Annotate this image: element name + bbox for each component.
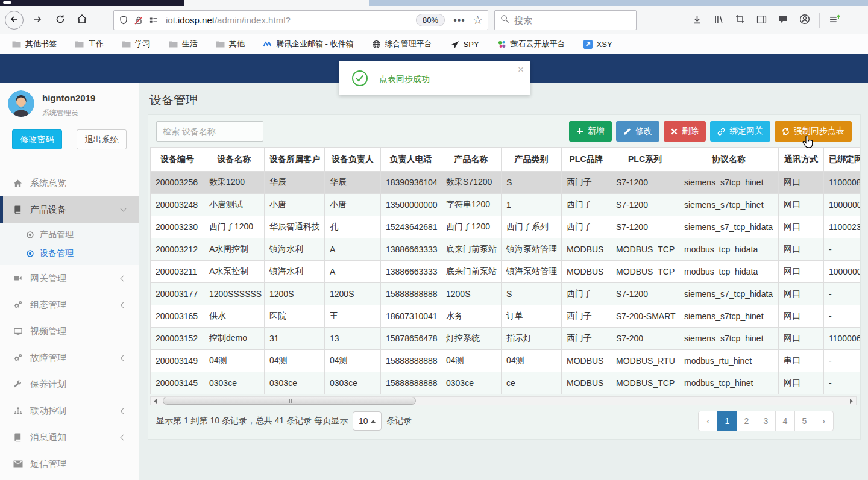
sidebar-item-视频管理[interactable]: 视频管理: [0, 318, 139, 344]
table-cell: 镇海泵站管理: [502, 261, 562, 283]
bookmark-item[interactable]: XSY: [583, 40, 612, 49]
table-row[interactable]: 200003212A水闸控制镇海水利A13886663333底来门前泵站镇海泵站…: [151, 238, 861, 261]
x-icon: [671, 128, 678, 135]
tabstrip-active-tab[interactable]: [184, 0, 369, 6]
bookmark-item[interactable]: 腾讯企业邮箱 - 收件箱: [263, 39, 354, 49]
bookmark-item[interactable]: 学习: [122, 39, 151, 49]
table-cell: 1200S: [441, 283, 502, 305]
toast-close-icon[interactable]: ×: [518, 64, 524, 76]
bookmark-item[interactable]: 萤石云开放平台: [497, 39, 565, 49]
pager-page-3[interactable]: 3: [756, 411, 776, 431]
browser-search-input[interactable]: [514, 15, 617, 25]
column-header[interactable]: 已绑定网关: [824, 148, 861, 172]
screenshot-crop-icon[interactable]: [735, 14, 745, 26]
column-header[interactable]: 通讯方式: [779, 148, 824, 172]
table-row[interactable]: 200003256数采1200华辰华辰18390936104数采S71200S西…: [151, 172, 861, 194]
column-header[interactable]: PLC系列: [611, 148, 679, 172]
action-button-新增[interactable]: 新增: [569, 121, 612, 142]
action-button-绑定网关[interactable]: 绑定网关: [710, 121, 770, 142]
url-bar[interactable]: iot.idosp.net/admin/index.html? 80% ••• …: [113, 10, 488, 30]
sidebar-item-产品设备[interactable]: 产品设备: [0, 196, 139, 223]
pager-page-1[interactable]: 1: [717, 411, 737, 431]
avatar[interactable]: [8, 90, 34, 117]
table-cell: MODBUS_RTU: [611, 350, 679, 372]
table-row[interactable]: 200003211A水泵控制镇海水利A13886663333底来门前泵站镇海泵站…: [151, 261, 861, 283]
pager-page-2[interactable]: 2: [737, 411, 756, 431]
chevron-down-icon: [121, 206, 127, 212]
scroll-left-arrow[interactable]: [151, 397, 160, 405]
sidebar-item-联动控制[interactable]: 联动控制: [0, 397, 139, 424]
pager-page-5[interactable]: 5: [794, 411, 814, 431]
home-button[interactable]: [72, 11, 92, 30]
column-header[interactable]: 设备负责人: [325, 148, 381, 172]
library-icon[interactable]: [714, 14, 724, 27]
table-row[interactable]: 2000031450303ce0303ce0303ce1588888888803…: [151, 372, 861, 394]
pager-page-4[interactable]: 4: [775, 411, 795, 431]
column-header[interactable]: 设备所属客户: [265, 148, 325, 172]
page-size-dropdown[interactable]: 10: [353, 411, 382, 431]
sidebar-submenu: 产品管理设备管理: [0, 223, 139, 265]
sidebar-item-组态管理[interactable]: 组态管理: [0, 291, 139, 318]
forward-button[interactable]: [28, 11, 47, 30]
sidebar-subitem-设备管理[interactable]: 设备管理: [0, 244, 139, 263]
tabstrip-dash: [3, 1, 11, 4]
table-cell: 水务: [441, 305, 502, 328]
reload-button[interactable]: [51, 11, 70, 30]
table-row[interactable]: 200003248小唐测试小唐小唐13500000000字符串12001西门子S…: [151, 194, 861, 216]
sidebar-item-短信管理[interactable]: 短信管理: [0, 450, 139, 477]
chat-bubble-icon[interactable]: [778, 14, 788, 26]
sidebar-item-label: 产品设备: [30, 204, 66, 216]
permissions-icon[interactable]: [149, 16, 158, 25]
column-header[interactable]: PLC品牌: [562, 148, 611, 172]
menu-hamburger-icon[interactable]: [829, 14, 840, 27]
table-row[interactable]: 20000314904测04测04测1588888888804测04测MODBU…: [151, 350, 861, 372]
column-header[interactable]: 设备编号: [151, 148, 204, 172]
button-label: 修改: [635, 126, 652, 137]
table-row[interactable]: 200003165供水医院王18607310041水务订单西门子S7-200-S…: [151, 305, 861, 328]
download-icon[interactable]: [692, 14, 702, 27]
bookmark-item[interactable]: 工作: [75, 39, 104, 49]
bookmark-item[interactable]: SPY: [450, 40, 479, 49]
browser-search[interactable]: [494, 10, 637, 30]
logout-button[interactable]: 退出系统: [77, 129, 127, 149]
bookmark-item[interactable]: 综合管理平台: [372, 39, 432, 49]
sidebar-item-系统总览[interactable]: 系统总览: [0, 170, 139, 196]
sidebar-item-消息通知[interactable]: 消息通知: [0, 424, 139, 450]
column-header[interactable]: 负责人电话: [381, 148, 441, 172]
change-password-button[interactable]: 修改密码: [12, 129, 62, 149]
zoom-badge[interactable]: 80%: [416, 14, 445, 26]
scrollbar-thumb[interactable]: [163, 397, 416, 405]
action-button-删除[interactable]: 删除: [664, 121, 706, 142]
sidebar-subitem-产品管理[interactable]: 产品管理: [0, 225, 139, 244]
table-row[interactable]: 200003230西门子1200华辰智通科技孔15243642681西门子120…: [151, 216, 861, 238]
table-cell: 04测: [502, 350, 562, 372]
table-cell: 1000000: [824, 194, 861, 216]
back-button[interactable]: [5, 11, 24, 30]
sidebar-item-故障管理[interactable]: 故障管理: [0, 344, 139, 371]
table-cell: S: [502, 172, 562, 194]
table-row[interactable]: 200003152控制demo311315878656478灯控系统指示灯西门子…: [151, 328, 861, 350]
account-icon[interactable]: [799, 14, 810, 27]
pager-next[interactable]: ›: [814, 411, 834, 431]
table-row[interactable]: 2000031771200SSSSSS1200S1200S15888888888…: [151, 283, 861, 305]
bookmark-item[interactable]: 生活: [169, 39, 198, 49]
action-button-修改[interactable]: 修改: [616, 121, 659, 142]
scroll-right-arrow[interactable]: [847, 397, 856, 405]
column-header[interactable]: 协议名称: [679, 148, 779, 172]
pager-prev[interactable]: ‹: [698, 411, 718, 431]
column-header[interactable]: 产品名称: [441, 148, 502, 172]
page-actions-icon[interactable]: •••: [453, 15, 465, 26]
bookmark-item[interactable]: 其他: [216, 39, 245, 49]
horizontal-scrollbar[interactable]: [150, 396, 857, 405]
column-header[interactable]: 产品类别: [502, 148, 562, 172]
shield-icon[interactable]: [119, 16, 128, 25]
sidebar-item-网关管理[interactable]: 网关管理: [0, 265, 139, 291]
bookmark-star-icon[interactable]: ☆: [473, 13, 483, 27]
insecure-lock-icon[interactable]: [134, 16, 143, 25]
sidebar-panel-icon[interactable]: [756, 14, 767, 27]
sidebar-item-大屏管理[interactable]: 大屏管理: [0, 477, 139, 480]
bookmark-item[interactable]: 其他书签: [12, 39, 57, 49]
column-header[interactable]: 设备名称: [204, 148, 265, 172]
sidebar-item-保养计划[interactable]: 保养计划: [0, 371, 139, 397]
device-search-input[interactable]: [156, 121, 263, 142]
